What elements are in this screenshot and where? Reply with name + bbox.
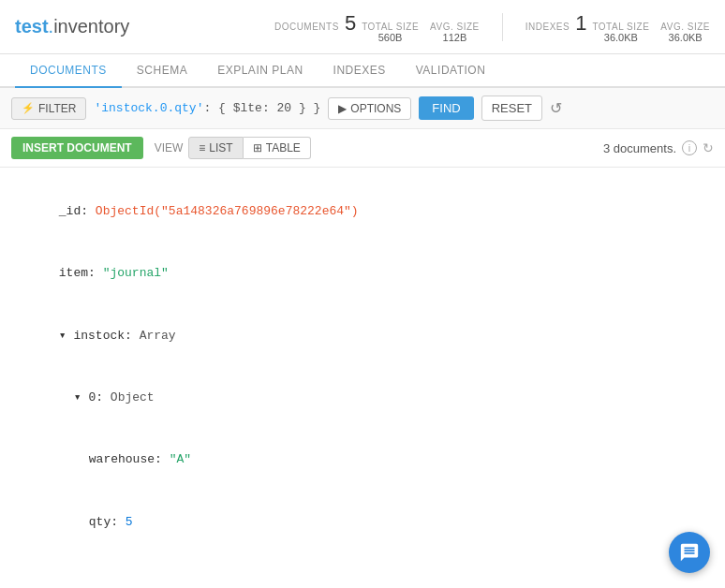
doc1-entry1-index: ▾ 1: Object bbox=[15, 553, 710, 576]
table-icon: ⊞ bbox=[253, 141, 262, 154]
find-button[interactable]: FIND bbox=[419, 96, 473, 120]
indexes-label: INDEXES bbox=[525, 22, 570, 32]
doc1-item-line: item: "journal" bbox=[15, 243, 710, 304]
query-key: 'instock.0.qty' bbox=[94, 101, 203, 115]
options-button[interactable]: ▶ OPTIONS bbox=[328, 97, 411, 120]
refresh-icon[interactable]: ↻ bbox=[703, 140, 714, 155]
query-display: 'instock.0.qty': { $lte: 20 } } bbox=[94, 101, 320, 115]
document-card-1: _id: ObjectId("5a148326a769896e78222e64"… bbox=[0, 168, 725, 576]
reset-button[interactable]: RESET bbox=[481, 96, 542, 121]
documents-count: 5 bbox=[345, 11, 356, 36]
header-stats: DOCUMENTS 5 TOTAL SIZE 560B AVG. SIZE 11… bbox=[274, 11, 710, 43]
indexes-sub-stats: TOTAL SIZE 36.0KB AVG. SIZE 36.0KB bbox=[592, 22, 710, 43]
indexes-count: 1 bbox=[575, 11, 586, 36]
table-view-button[interactable]: ⊞ TABLE bbox=[244, 137, 311, 159]
documents-stat: DOCUMENTS 5 TOTAL SIZE 560B AVG. SIZE 11… bbox=[274, 11, 480, 43]
tabs: DOCUMENTS SCHEMA EXPLAIN PLAN INDEXES VA… bbox=[0, 54, 725, 88]
stat-divider bbox=[502, 13, 503, 41]
doc1-entry0-warehouse: warehouse: "A" bbox=[15, 429, 710, 491]
doc1-id-line: _id: ObjectId("5a148326a769896e78222e64"… bbox=[15, 181, 710, 243]
list-icon: ≡ bbox=[199, 141, 205, 154]
doc1-entry0-index: ▾ 0: Object bbox=[15, 367, 710, 429]
chat-icon bbox=[679, 542, 700, 563]
options-label: OPTIONS bbox=[350, 102, 401, 115]
tab-documents[interactable]: DOCUMENTS bbox=[15, 54, 122, 88]
indexes-total-size: TOTAL SIZE 36.0KB bbox=[592, 22, 649, 43]
info-icon[interactable]: i bbox=[682, 140, 697, 155]
logo-test: test bbox=[15, 16, 49, 37]
list-label: LIST bbox=[209, 141, 232, 154]
view-label: VIEW bbox=[155, 141, 184, 154]
query-op: : { $lte: 20 } } bbox=[203, 101, 320, 115]
filter-button[interactable]: ⚡ FILTER bbox=[11, 97, 86, 120]
filter-label: FILTER bbox=[38, 102, 76, 115]
action-bar: INSERT DOCUMENT VIEW ≡ LIST ⊞ TABLE 3 do… bbox=[0, 129, 725, 168]
view-toggle: ≡ LIST ⊞ TABLE bbox=[188, 137, 310, 159]
doc-count-text: 3 documents. bbox=[603, 141, 676, 155]
indexes-stat: INDEXES 1 TOTAL SIZE 36.0KB AVG. SIZE 36… bbox=[525, 11, 710, 43]
documents-area: _id: ObjectId("5a148326a769896e78222e64"… bbox=[0, 168, 725, 576]
documents-sub-stats: TOTAL SIZE 560B AVG. SIZE 112B bbox=[362, 22, 480, 43]
tab-indexes[interactable]: INDEXES bbox=[318, 54, 401, 88]
documents-avg-size: AVG. SIZE 112B bbox=[430, 22, 480, 43]
query-toolbar: ⚡ FILTER 'instock.0.qty': { $lte: 20 } }… bbox=[0, 88, 725, 129]
filter-icon: ⚡ bbox=[22, 102, 35, 114]
chat-button[interactable] bbox=[669, 532, 710, 573]
header: test.inventory DOCUMENTS 5 TOTAL SIZE 56… bbox=[0, 0, 725, 54]
tab-schema[interactable]: SCHEMA bbox=[122, 54, 202, 88]
tab-validation[interactable]: VALIDATION bbox=[401, 54, 501, 88]
options-arrow: ▶ bbox=[338, 102, 347, 115]
table-label: TABLE bbox=[266, 141, 301, 154]
doc1-entry0-qty: qty: 5 bbox=[15, 491, 710, 552]
documents-total-size: TOTAL SIZE 560B bbox=[362, 22, 419, 43]
list-view-button[interactable]: ≡ LIST bbox=[188, 137, 243, 159]
tab-explain-plan[interactable]: EXPLAIN PLAN bbox=[202, 54, 318, 88]
logo-inventory: inventory bbox=[53, 16, 129, 37]
document-count: 3 documents. i ↻ bbox=[603, 140, 714, 155]
doc1-instock-line: ▾ instock: Array bbox=[15, 305, 710, 367]
insert-document-button[interactable]: INSERT DOCUMENT bbox=[11, 137, 143, 159]
history-button[interactable]: ↺ bbox=[550, 99, 562, 117]
documents-label: DOCUMENTS bbox=[274, 22, 339, 32]
indexes-avg-size: AVG. SIZE 36.0KB bbox=[660, 22, 710, 43]
logo: test.inventory bbox=[15, 16, 129, 37]
